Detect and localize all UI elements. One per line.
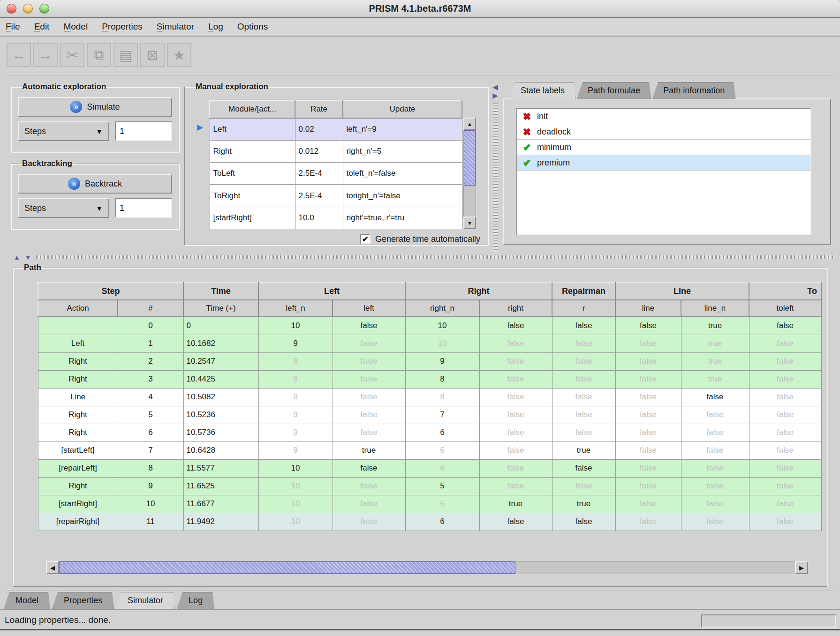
path-table-row[interactable]: Right310.44259false8falsefalsefalsetruef… xyxy=(38,370,821,388)
value-cell: false xyxy=(333,352,405,370)
generate-time-checkbox[interactable]: ✔ xyxy=(360,234,371,244)
tab-properties[interactable]: Properties xyxy=(52,592,114,609)
menu-item-properties[interactable]: Properties xyxy=(102,22,143,32)
path-column-header[interactable]: Time (+) xyxy=(183,300,258,317)
value-cell: false xyxy=(333,370,405,388)
path-column-header[interactable]: line_n xyxy=(681,300,749,317)
forward-arrow-icon[interactable]: → xyxy=(33,43,58,67)
manual-column-header[interactable]: Module/[act... xyxy=(210,100,295,118)
scroll-up-icon[interactable]: ▲ xyxy=(463,118,476,130)
value-cell: 7 xyxy=(405,406,479,424)
path-column-header[interactable]: Action xyxy=(38,300,118,317)
copy-icon[interactable]: ⧉ xyxy=(87,43,111,67)
steps-count-input[interactable] xyxy=(115,121,172,141)
path-column-header[interactable]: right_n xyxy=(405,300,479,317)
vertical-splitter[interactable]: ◀ ▶ xyxy=(489,80,501,252)
state-label-item[interactable]: ✔premium xyxy=(517,155,810,171)
module-cell: [startRight] xyxy=(210,207,295,229)
menu-item-simulator[interactable]: Simulator xyxy=(157,22,194,32)
state-labels-panel: ✖init✖deadlock✔minimum✔premium xyxy=(503,98,831,245)
menu-bar: FileEditModelPropertiesSimulatorLogOptio… xyxy=(0,18,840,37)
manual-table-row[interactable]: Right0.012right_n'=5 xyxy=(210,140,462,162)
backtrack-steps-count-input[interactable] xyxy=(115,198,172,218)
minimize-button[interactable] xyxy=(23,4,33,14)
cut-icon[interactable]: ✂ xyxy=(60,43,84,67)
path-column-header[interactable]: # xyxy=(118,300,183,317)
manual-table-row[interactable]: ToRight2.5E-4toright_n'=false xyxy=(210,185,462,207)
value-cell: false xyxy=(749,352,821,370)
path-column-header[interactable]: right xyxy=(479,300,552,317)
menu-item-edit[interactable]: Edit xyxy=(34,22,50,32)
close-button[interactable] xyxy=(7,4,16,14)
tab-model[interactable]: Model xyxy=(4,592,50,609)
collapse-down-icon[interactable]: ▼ xyxy=(25,254,31,261)
collapse-right-icon[interactable]: ▶ xyxy=(492,92,498,99)
tab-path-formulae[interactable]: Path formulae xyxy=(577,82,651,99)
path-column-header[interactable]: r xyxy=(552,300,615,317)
path-column-header[interactable]: toleft xyxy=(749,300,821,317)
horizontal-splitter[interactable]: ▲ ▼ xyxy=(6,254,834,261)
tab-simulator[interactable]: Simulator xyxy=(116,592,175,609)
menu-item-log[interactable]: Log xyxy=(208,22,223,32)
menu-item-model[interactable]: Model xyxy=(63,22,88,32)
backtrack-steps-dropdown[interactable]: Steps ▼ xyxy=(18,198,109,218)
tab-log[interactable]: Log xyxy=(177,592,214,609)
scroll-down-icon[interactable]: ▼ xyxy=(463,217,476,229)
state-label-item[interactable]: ✖init xyxy=(517,109,810,124)
manual-column-header[interactable]: Rate xyxy=(295,100,343,118)
manual-table-row[interactable]: ToLeft2.5E-4toleft_n'=false xyxy=(210,163,462,185)
path-table-row[interactable]: [startLeft]710.64289true6falsetruefalsef… xyxy=(38,441,821,459)
tab-path-information[interactable]: Path information xyxy=(652,82,735,99)
value-cell: false xyxy=(749,424,821,441)
manual-table-row[interactable]: [startRight]10.0right'=true, r'=tru xyxy=(210,207,462,229)
zoom-button[interactable] xyxy=(39,4,49,14)
path-table-row[interactable]: Line410.50829false8falsefalsefalsefalsef… xyxy=(38,388,821,406)
step-cell: 7 xyxy=(118,441,183,459)
path-table-row[interactable]: Left110.16829false10falsefalsefalsetruef… xyxy=(38,335,821,352)
rate-cell: 2.5E-4 xyxy=(295,163,343,185)
star-icon[interactable]: ★ xyxy=(167,43,191,67)
path-table-row[interactable]: Right210.25479false9falsefalsefalsetruef… xyxy=(38,352,821,370)
path-table-row[interactable]: [repairLeft]811.557710false6falsefalsefa… xyxy=(38,459,821,477)
manual-table-row[interactable]: Left0.02left_n'=9 xyxy=(210,118,462,140)
scroll-right-icon[interactable]: ▶ xyxy=(795,561,808,574)
step-cell: 0 xyxy=(118,317,183,335)
state-label-item[interactable]: ✔minimum xyxy=(517,140,810,155)
collapse-up-icon[interactable]: ▲ xyxy=(14,254,20,261)
generate-time-label: Generate time automatically xyxy=(375,234,480,244)
value-cell: false xyxy=(479,459,552,477)
menu-item-options[interactable]: Options xyxy=(237,22,268,32)
scrollbar-thumb[interactable] xyxy=(59,561,515,574)
value-cell: false xyxy=(749,477,821,495)
value-cell: false xyxy=(552,370,615,388)
paste-icon[interactable]: ▤ xyxy=(114,43,138,67)
backtrack-button[interactable]: « Backtrack xyxy=(18,174,172,194)
tab-state-labels[interactable]: State labels xyxy=(510,82,575,99)
menu-item-file[interactable]: File xyxy=(6,22,20,32)
scrollbar-thumb[interactable] xyxy=(464,130,476,186)
manual-column-header[interactable]: Update xyxy=(343,100,462,118)
value-cell: false xyxy=(479,352,552,370)
path-column-header[interactable]: left xyxy=(333,300,405,317)
simulate-button[interactable]: » Simulate xyxy=(18,97,172,117)
scroll-left-icon[interactable]: ◀ xyxy=(46,561,59,574)
collapse-left-icon[interactable]: ◀ xyxy=(492,84,498,90)
path-table-row[interactable]: [startRight]1011.667710false5truetruefal… xyxy=(38,495,821,513)
path-table-row[interactable]: Right510.52369false7falsefalsefalsefalse… xyxy=(38,406,821,424)
state-label-item[interactable]: ✖deadlock xyxy=(517,124,810,140)
path-column-header[interactable]: left_n xyxy=(258,300,333,317)
back-arrow-icon[interactable]: ← xyxy=(7,43,31,67)
path-table-row[interactable]: [repairRight]1111.949210false6falsefalse… xyxy=(38,513,821,531)
manual-table-scrollbar[interactable]: ▲ ▼ xyxy=(463,118,476,229)
path-table-row[interactable]: 0010false10falsefalsefalsetruefalse xyxy=(38,317,821,335)
path-group-header: Left xyxy=(258,282,405,300)
delete-icon[interactable]: ⊠ xyxy=(140,43,165,67)
value-cell: false xyxy=(615,495,681,513)
path-horizontal-scrollbar[interactable]: ◀ ▶ xyxy=(46,561,808,574)
step-cell: 10 xyxy=(118,495,183,513)
path-table-row[interactable]: Right911.652510false5falsefalsefalsefals… xyxy=(38,477,821,495)
time-cell: 11.9492 xyxy=(183,513,258,531)
path-column-header[interactable]: line xyxy=(615,300,681,317)
steps-dropdown[interactable]: Steps ▼ xyxy=(18,121,109,141)
path-table-row[interactable]: Right610.57369false6falsefalsefalsefalse… xyxy=(38,424,821,441)
